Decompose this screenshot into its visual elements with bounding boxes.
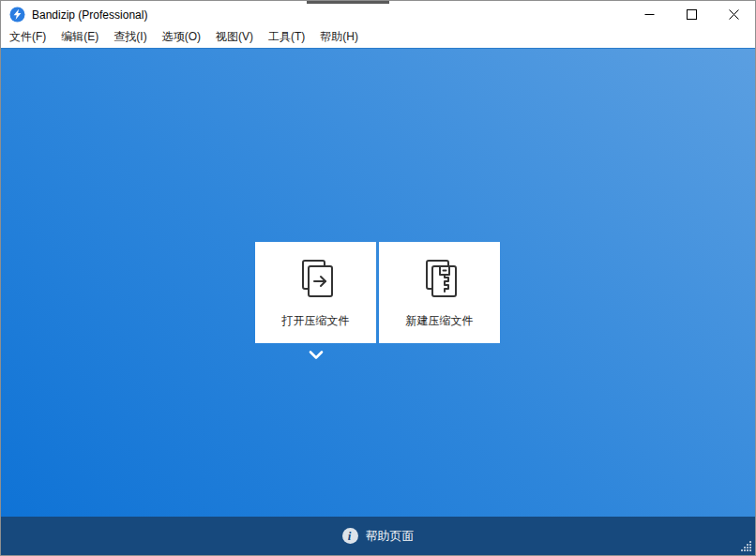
bandizip-window: Bandizip (Professional) 文件(F) 编辑 [0,0,756,556]
menu-find[interactable]: 查找(I) [106,27,154,49]
open-archive-icon [294,258,339,305]
maximize-button[interactable] [671,1,713,28]
help-bar[interactable]: i 帮助页面 [1,517,755,555]
minimize-icon [644,9,655,20]
titlebar: Bandizip (Professional) [1,1,755,28]
menu-help[interactable]: 帮助(H) [312,27,366,49]
resize-grip-icon[interactable] [739,539,752,552]
maximize-icon [687,9,697,20]
menu-edit[interactable]: 编辑(E) [53,27,106,49]
menu-view[interactable]: 视图(V) [208,27,261,49]
new-archive-card[interactable]: 新建压缩文件 [379,242,500,343]
window-title: Bandizip (Professional) [32,8,628,22]
open-archive-card[interactable]: 打开压缩文件 [255,242,376,343]
info-icon: i [342,528,358,544]
menu-tools[interactable]: 工具(T) [261,27,312,49]
menu-options[interactable]: 选项(O) [155,27,208,49]
menubar: 文件(F) 编辑(E) 查找(I) 选项(O) 视图(V) 工具(T) 帮助(H… [1,28,755,48]
help-page-label: 帮助页面 [366,528,415,545]
close-icon [729,9,739,20]
new-archive-label: 新建压缩文件 [406,313,474,329]
action-cards: 打开压缩文件 新建压缩文件 [255,242,500,343]
chevron-down-icon[interactable] [308,348,325,359]
bandizip-logo-icon [9,7,25,23]
menu-file[interactable]: 文件(F) [2,27,53,49]
workspace: 打开压缩文件 新建压缩文件 [1,48,755,517]
minimize-button[interactable] [628,1,671,28]
window-controls [628,1,755,28]
background-window-edge [307,1,389,4]
open-archive-label: 打开压缩文件 [282,313,350,329]
new-archive-icon [417,258,462,305]
close-button[interactable] [713,1,755,28]
